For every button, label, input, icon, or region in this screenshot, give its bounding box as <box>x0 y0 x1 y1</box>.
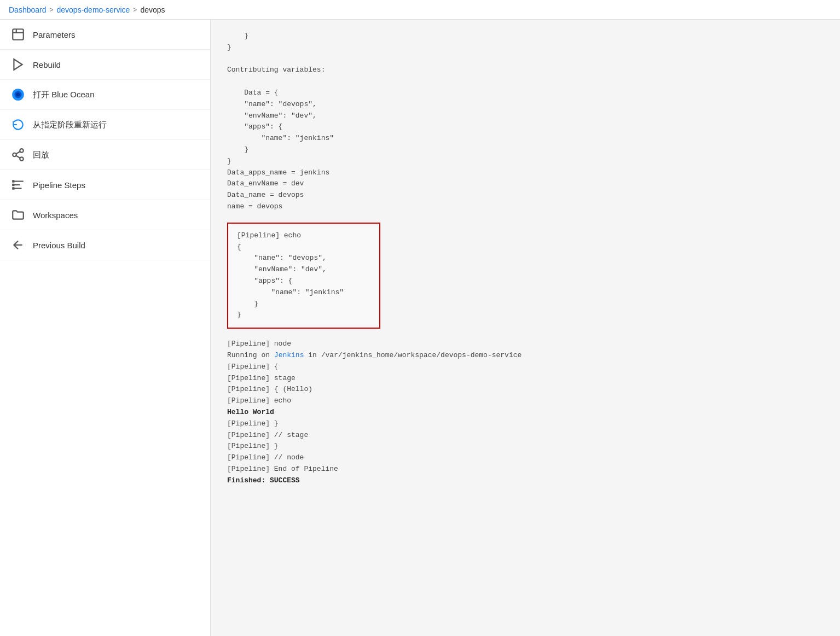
sidebar-item-workspaces-label: Workspaces <box>33 211 78 220</box>
console-line: [Pipeline] } <box>227 441 824 452</box>
console-line: [Pipeline] { <box>227 361 824 373</box>
sidebar-item-parameters-label: Parameters <box>33 30 76 39</box>
console-line-highlight: "envName": "dev", <box>237 264 370 276</box>
console-line: "name": "jenkins" <box>227 133 824 144</box>
console-line-highlight: } <box>237 299 370 310</box>
console-line <box>227 54 824 65</box>
svg-point-7 <box>20 149 24 153</box>
sidebar-item-restart-stage[interactable]: 从指定阶段重新运行 <box>0 110 210 140</box>
replay-icon <box>11 118 25 132</box>
console-line <box>227 76 824 87</box>
console-line: Data_apps_name = jenkins <box>227 167 824 179</box>
console-line-highlight: "name": "devops", <box>237 253 370 264</box>
gear-icon <box>11 27 25 42</box>
console-line-highlight: } <box>237 310 370 321</box>
console-line: Data_envName = dev <box>227 178 824 190</box>
sidebar: Parameters Rebuild 打开 Blue Ocean <box>0 20 211 636</box>
console-line-running: Running on Jenkins in /var/jenkins_home/… <box>227 350 824 361</box>
breadcrumb-sep-1: > <box>50 6 54 14</box>
console-line-finished: Finished: SUCCESS <box>227 475 824 487</box>
highlighted-console-block: [Pipeline] echo { "name": "devops", "env… <box>227 223 380 329</box>
console-line: [Pipeline] node <box>227 339 824 350</box>
console-line: [Pipeline] } <box>227 418 824 430</box>
back-icon <box>11 238 25 252</box>
console-line: Data_name = devops <box>227 190 824 201</box>
console-line: [Pipeline] // node <box>227 452 824 464</box>
share-icon <box>11 148 25 162</box>
play-icon <box>11 57 25 72</box>
breadcrumb-current: devops <box>140 5 165 14</box>
svg-point-8 <box>13 153 16 157</box>
sidebar-item-workspaces[interactable]: Workspaces <box>0 200 210 230</box>
svg-line-10 <box>16 156 20 158</box>
console-line: } <box>227 42 824 54</box>
console-line: "apps": { <box>227 121 824 133</box>
console-line-highlight: { <box>237 242 370 253</box>
breadcrumb: Dashboard > devops-demo-service > devops <box>0 0 840 20</box>
console-line-contributing: Contributing variables: <box>227 65 824 76</box>
sidebar-item-replay[interactable]: 回放 <box>0 140 210 170</box>
sidebar-item-blue-ocean[interactable]: 打开 Blue Ocean <box>0 80 210 110</box>
console-line: [Pipeline] { (Hello) <box>227 384 824 395</box>
sidebar-item-rebuild-label: Rebuild <box>33 60 61 69</box>
console-line: "name": "devops", <box>227 99 824 110</box>
sidebar-item-restart-stage-label: 从指定阶段重新运行 <box>33 120 107 130</box>
console-line-hello-world: Hello World <box>227 407 824 418</box>
sidebar-item-replay-label: 回放 <box>33 150 49 160</box>
console-line: } <box>227 156 824 167</box>
console-line: "envName": "dev", <box>227 110 824 122</box>
svg-rect-15 <box>12 180 14 182</box>
console-output: } } Contributing variables: Data = { "na… <box>211 20 840 497</box>
console-line: } <box>227 31 824 42</box>
console-line: Data = { <box>227 87 824 99</box>
blueocean-icon <box>11 87 25 102</box>
svg-marker-3 <box>14 59 22 70</box>
svg-rect-16 <box>12 184 14 186</box>
sidebar-item-previous-build[interactable]: Previous Build <box>0 230 210 260</box>
breadcrumb-dashboard[interactable]: Dashboard <box>9 5 47 14</box>
console-line: [Pipeline] // stage <box>227 430 824 441</box>
console-line: [Pipeline] echo <box>227 395 824 407</box>
svg-rect-17 <box>12 187 14 189</box>
console-line-highlight: "name": "jenkins" <box>237 287 370 299</box>
svg-rect-0 <box>13 29 24 40</box>
svg-point-6 <box>16 93 20 97</box>
console-line: [Pipeline] stage <box>227 373 824 384</box>
folder-icon <box>11 208 25 222</box>
sidebar-item-pipeline-steps[interactable]: Pipeline Steps <box>0 170 210 200</box>
console-line: } <box>227 144 824 156</box>
sidebar-item-blue-ocean-label: 打开 Blue Ocean <box>33 90 95 100</box>
console-line-highlight: [Pipeline] echo <box>237 230 370 242</box>
breadcrumb-sep-2: > <box>133 6 137 14</box>
sidebar-item-parameters[interactable]: Parameters <box>0 20 210 50</box>
sidebar-item-pipeline-steps-label: Pipeline Steps <box>33 180 85 190</box>
console-line-highlight: "apps": { <box>237 276 370 287</box>
svg-point-9 <box>20 157 24 161</box>
console-line: [Pipeline] End of Pipeline <box>227 464 824 475</box>
sidebar-item-rebuild[interactable]: Rebuild <box>0 50 210 80</box>
jenkins-link[interactable]: Jenkins <box>274 351 304 359</box>
breadcrumb-service[interactable]: devops-demo-service <box>57 5 130 14</box>
svg-line-11 <box>16 151 20 154</box>
console-line: name = devops <box>227 201 824 213</box>
steps-icon <box>11 178 25 192</box>
console-output-area: } } Contributing variables: Data = { "na… <box>211 20 840 636</box>
sidebar-item-previous-build-label: Previous Build <box>33 241 85 250</box>
